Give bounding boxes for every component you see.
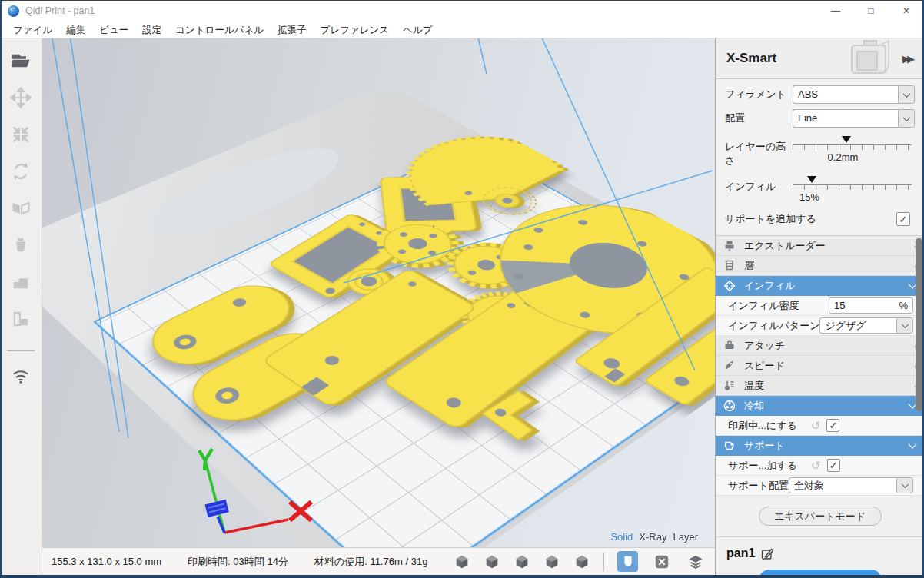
per-model-settings-icon[interactable] (8, 232, 34, 258)
status-bar: 155.3 x 131.0 x 15.0 mm 印刷時間: 03時間 14分 材… (42, 547, 715, 575)
chevron-down-icon[interactable] (898, 85, 915, 104)
cooling-fan-icon (723, 400, 736, 413)
menu-help[interactable]: ヘルプ (396, 22, 439, 38)
open-file-button[interactable] (8, 48, 34, 74)
statusbar-divider (603, 553, 604, 571)
chevron-down-icon[interactable] (896, 317, 913, 334)
menu-view[interactable]: ビュー (92, 22, 135, 38)
layer-height-label: レイヤーの高さ (725, 138, 793, 168)
view-mode-switcher: SolidX-RayLayer (610, 531, 698, 543)
title-bar: Qidi Print - pan1 — □ ✕ (0, 0, 924, 22)
add-support-checkbox[interactable]: ✓ (896, 212, 910, 226)
profile-label: 配置 (725, 111, 793, 125)
section-support[interactable]: サポート (716, 436, 924, 456)
view-right-icon[interactable] (573, 553, 590, 570)
support-blocker-icon[interactable] (8, 269, 34, 295)
view-left-icon[interactable] (543, 553, 560, 570)
adhesion-icon (723, 339, 736, 352)
scrollbar-thumb[interactable] (916, 238, 922, 411)
infill-density-input[interactable]: 15 % (829, 297, 913, 314)
chevron-down-icon[interactable] (896, 477, 913, 493)
infill-slider[interactable]: 15% (793, 178, 915, 204)
view-mode-solid[interactable]: Solid (610, 531, 633, 543)
view-top-icon[interactable] (514, 553, 530, 570)
infill-pattern-row: インフィルパターン ジグザグ (716, 316, 924, 336)
qidi-print-window: Qidi Print - pan1 — □ ✕ ファイル 編集 ビュー 設定 コ… (0, 0, 924, 578)
support-placement-select[interactable]: 全対象 (789, 477, 913, 493)
layer-view-button[interactable] (685, 551, 706, 572)
window-frame (0, 0, 2, 578)
support-icon (723, 440, 736, 453)
print-time: 印刷時間: 03時間 14分 (188, 555, 288, 569)
3d-viewport[interactable]: SolidX-RayLayer (42, 38, 715, 547)
slider-marker[interactable] (807, 176, 816, 183)
menu-extensions[interactable]: 拡張子 (271, 22, 314, 38)
slider-marker[interactable] (842, 136, 851, 143)
infill-pattern-select[interactable]: ジグザグ (819, 317, 913, 334)
section-cooling[interactable]: 冷却 (716, 396, 924, 416)
settings-panel: X-Smart ▶▶ フィラメント ABS 配置 (715, 38, 924, 575)
infill-value: 15% (799, 191, 819, 203)
menu-preferences[interactable]: プレファレンス (314, 22, 397, 38)
menu-settings[interactable]: 設定 (135, 22, 168, 38)
mirror-tool-icon[interactable] (8, 195, 34, 221)
section-infill[interactable]: インフィル (716, 276, 924, 296)
window-frame (0, 0, 924, 1)
support-enable-row: サポー...加する ↺ ✓ (716, 456, 924, 476)
job-name: pan1 (726, 546, 755, 560)
chevron-down-icon[interactable] (898, 109, 915, 128)
collapse-panel-icon[interactable]: ▶▶ (902, 53, 916, 65)
app-logo-icon (8, 5, 19, 17)
section-extruder[interactable]: エクストルーダー ‹ (716, 236, 924, 256)
chevron-down-icon (908, 440, 916, 448)
printer-image (846, 39, 895, 78)
left-toolbar (0, 38, 42, 575)
window-frame (0, 575, 924, 578)
xray-view-button[interactable] (651, 551, 672, 572)
profile-select[interactable]: Fine (793, 109, 915, 128)
section-temperature[interactable]: 温度 ‹ (716, 376, 924, 396)
material-usage: 材料の使用: 11.76m / 31g (314, 555, 427, 569)
infill-label: インフィル (725, 178, 793, 204)
layer-height-slider[interactable]: 0.2mm (793, 138, 915, 164)
move-tool-icon[interactable] (8, 85, 34, 111)
section-adhesion[interactable]: アタッチ ‹ (716, 336, 924, 356)
rotate-tool-icon[interactable] (8, 158, 34, 184)
solid-view-button[interactable] (617, 551, 638, 572)
view-mode-xray[interactable]: X-Ray (639, 531, 666, 543)
menu-edit[interactable]: 編集 (59, 22, 92, 38)
filament-select[interactable]: ABS (793, 85, 915, 104)
infill-icon (723, 280, 736, 293)
expert-mode-button[interactable]: エキスパートモード (759, 507, 882, 526)
support-placement-row: サポート配置 全対象 (716, 476, 924, 496)
view-mode-layer[interactable]: Layer (673, 531, 698, 543)
reset-icon[interactable]: ↺ (811, 419, 821, 433)
infill-density-row: インフィル密度 15 % (716, 296, 924, 316)
mesh-type-icon[interactable] (8, 306, 34, 332)
maximize-button[interactable]: □ (853, 0, 889, 22)
view-front-icon[interactable] (484, 553, 500, 570)
section-speed[interactable]: スピード ‹ (716, 356, 924, 376)
temperature-icon (723, 379, 736, 392)
menu-file[interactable]: ファイル (6, 22, 59, 38)
view-iso-icon[interactable] (454, 553, 470, 570)
printer-name: X-Smart (726, 51, 776, 66)
reset-icon[interactable]: ↺ (811, 459, 821, 473)
close-button[interactable]: ✕ (889, 0, 924, 22)
section-layers[interactable]: 層 ‹ (716, 256, 924, 276)
menu-control-panel[interactable]: コントロールパネル (168, 22, 271, 38)
job-info: pan1 (716, 537, 924, 560)
wifi-connect-icon[interactable] (8, 362, 34, 388)
cooling-enable-row: 印刷中...にする ↺ ✓ (716, 416, 924, 436)
build-plate-3d (42, 72, 715, 547)
extruder-icon (723, 239, 736, 252)
toolbar-divider (7, 350, 35, 351)
minimize-button[interactable]: — (818, 0, 853, 22)
settings-sections: エクストルーダー ‹ 層 ‹ インフィル インフィル密度 15 % (716, 235, 924, 496)
scale-tool-icon[interactable] (8, 121, 34, 148)
layer-height-value: 0.2mm (828, 151, 859, 163)
rename-job-icon[interactable] (761, 547, 774, 560)
cooling-enable-checkbox[interactable]: ✓ (826, 419, 839, 432)
support-enable-checkbox[interactable]: ✓ (827, 459, 840, 472)
add-support-label: サポートを追加する (725, 212, 816, 226)
